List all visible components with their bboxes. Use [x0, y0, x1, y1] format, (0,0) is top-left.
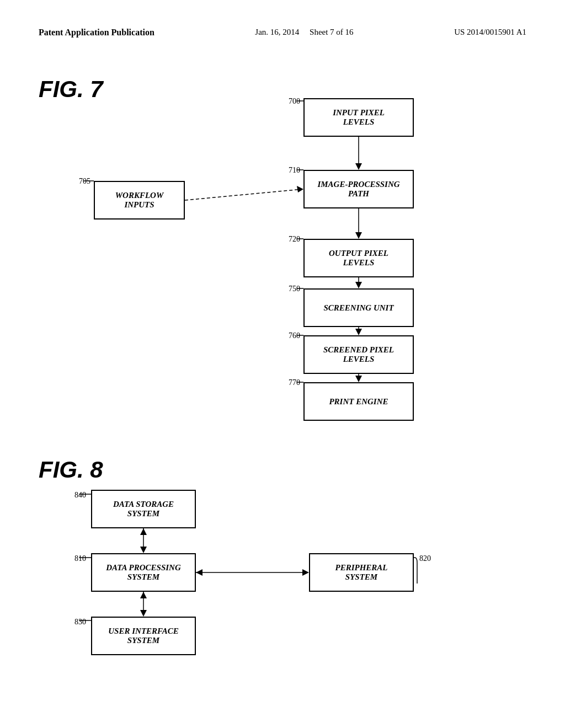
box-data-processing-system: DATA PROCESSINGSYSTEM	[91, 553, 196, 592]
ref-830: 830	[74, 618, 86, 627]
svg-marker-7	[355, 329, 362, 335]
ref-810: 810	[74, 554, 86, 563]
ref-840: 840	[74, 491, 86, 500]
publication-label: Patent Application Publication	[39, 28, 154, 38]
fig8-label: FIG. 8	[39, 457, 103, 483]
svg-marker-1	[355, 163, 362, 170]
ref-720: 720	[289, 235, 300, 244]
box-workflow-inputs: WORKFLOWINPUTS	[94, 181, 185, 220]
fig7-section: FIG. 7 700 705 710 720 750 760 770 INPUT…	[39, 71, 526, 413]
svg-marker-3	[355, 232, 362, 239]
svg-marker-26	[196, 569, 202, 576]
fig7-diagram: FIG. 7 700 705 710 720 750 760 770 INPUT…	[39, 71, 526, 413]
box-screening-unit: SCREENING UNIT	[303, 288, 414, 327]
ref-760: 760	[289, 331, 300, 340]
date-sheet-info: Jan. 16, 2014 Sheet 7 of 16	[255, 28, 353, 37]
ref-700: 700	[289, 97, 300, 106]
fig8-diagram: FIG. 8 840 810 830 820 DATA STORAGESYSTE…	[39, 457, 526, 666]
svg-marker-20	[140, 528, 147, 535]
fig7-arrows	[39, 71, 526, 413]
box-screened-pixel-levels: SCREENED PIXELLEVELS	[303, 335, 414, 374]
svg-marker-24	[140, 610, 147, 617]
box-data-storage-system: DATA STORAGESYSTEM	[91, 490, 196, 528]
box-peripheral-system: PERIPHERALSYSTEM	[309, 553, 414, 592]
svg-marker-5	[355, 282, 362, 288]
ref-770: 770	[289, 378, 300, 387]
svg-marker-9	[355, 376, 362, 382]
svg-marker-23	[140, 592, 147, 598]
box-output-pixel-levels: OUTPUT PIXELLEVELS	[303, 239, 414, 277]
ref-705: 705	[79, 177, 90, 186]
date-label: Jan. 16, 2014	[255, 28, 299, 36]
svg-marker-11	[297, 186, 303, 192]
page-header: Patent Application Publication Jan. 16, …	[39, 28, 526, 38]
box-image-processing-path: IMAGE-PROCESSINGPATH	[303, 170, 414, 208]
patent-number: US 2014/0015901 A1	[454, 28, 526, 37]
svg-line-10	[185, 189, 302, 200]
ref-710: 710	[289, 166, 300, 175]
box-print-engine: PRINT ENGINE	[303, 382, 414, 421]
svg-marker-27	[302, 569, 309, 576]
ref-750: 750	[289, 285, 300, 293]
svg-marker-21	[140, 547, 147, 553]
box-input-pixel-levels: INPUT PIXELLEVELS	[303, 98, 414, 137]
sheet-label: Sheet 7 of 16	[310, 28, 354, 36]
page: Patent Application Publication Jan. 16, …	[0, 0, 565, 728]
fig7-label: FIG. 7	[39, 76, 103, 103]
fig8-section: FIG. 8 840 810 830 820 DATA STORAGESYSTE…	[39, 457, 526, 666]
ref-820: 820	[419, 554, 431, 563]
box-user-interface-system: USER INTERFACESYSTEM	[91, 617, 196, 655]
